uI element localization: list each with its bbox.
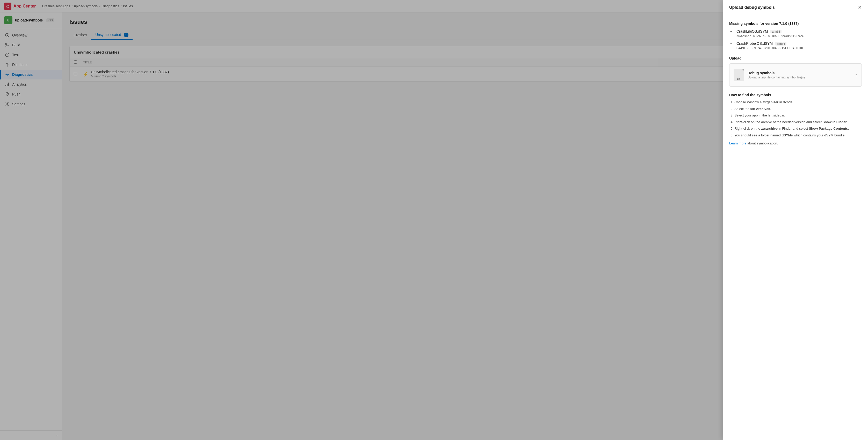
how-to-step-6: You should see a folder named dSYMs whic… <box>734 133 862 138</box>
symbol-hash-0: 5DA23653-D126-39F0-BDCF-994B3019F92C <box>737 34 862 38</box>
symbol-arch-1: arm64 <box>775 42 786 45</box>
upload-dropzone-title: Debug symbols <box>748 71 851 75</box>
upload-dropzone[interactable]: ZIP Debug symbols Upload a .zip file con… <box>729 63 862 87</box>
how-to-title: How to find the symbols <box>729 93 862 97</box>
upload-dropzone-subtitle: Upload a .zip file containing symbol fil… <box>748 75 851 79</box>
modal-panel: Upload debug symbols ✕ Missing symbols f… <box>723 0 868 440</box>
symbol-hash-1: D449E33D-7E74-379D-8B79-15EE104ED1DF <box>737 46 862 50</box>
learn-more-note: Learn more about symbolication. <box>729 141 862 145</box>
how-to-step-3: Select your app in the left sidebar. <box>734 113 862 118</box>
modal-body: Missing symbols for version 7.1.0 (1337)… <box>723 15 868 440</box>
how-to-step-4: Right-click on the archive of the needed… <box>734 120 862 125</box>
modal-header: Upload debug symbols ✕ <box>723 0 868 15</box>
modal-close-button[interactable]: ✕ <box>858 5 862 10</box>
how-to-step-1: Choose Window > Organizer in Xcode. <box>734 100 862 105</box>
how-to-step-2: Select the tab Archives. <box>734 106 862 112</box>
learn-more-suffix: about symbolication. <box>746 141 778 145</box>
upload-section: Upload ZIP Debug symbols Upload a .zip f… <box>729 56 862 87</box>
learn-more-link[interactable]: Learn more <box>729 141 746 145</box>
upload-text-group: Debug symbols Upload a .zip file contain… <box>748 71 851 79</box>
how-to-steps-list: Choose Window > Organizer in Xcode. Sele… <box>729 100 862 138</box>
symbol-list: CrashLibiOS.dSYM arm64 5DA23653-D126-39F… <box>729 29 862 50</box>
symbol-arch-0: arm64 <box>770 30 781 33</box>
missing-symbols-title: Missing symbols for version 7.1.0 (1337) <box>729 22 862 26</box>
modal-title: Upload debug symbols <box>729 5 775 10</box>
symbol-item-0: CrashLibiOS.dSYM arm64 5DA23653-D126-39F… <box>734 29 862 38</box>
upload-arrow-icon: ↑ <box>855 72 857 78</box>
how-to-step-5: Right-click on the .xcarchive in Finder … <box>734 126 862 131</box>
symbol-item-1: CrashProbeiOS.dSYM arm64 D449E33D-7E74-3… <box>734 41 862 50</box>
upload-label: Upload <box>729 56 862 60</box>
symbol-name-0: CrashLibiOS.dSYM <box>737 29 768 33</box>
symbol-name-1: CrashProbeiOS.dSYM <box>737 41 773 45</box>
zip-file-icon: ZIP <box>734 69 744 81</box>
